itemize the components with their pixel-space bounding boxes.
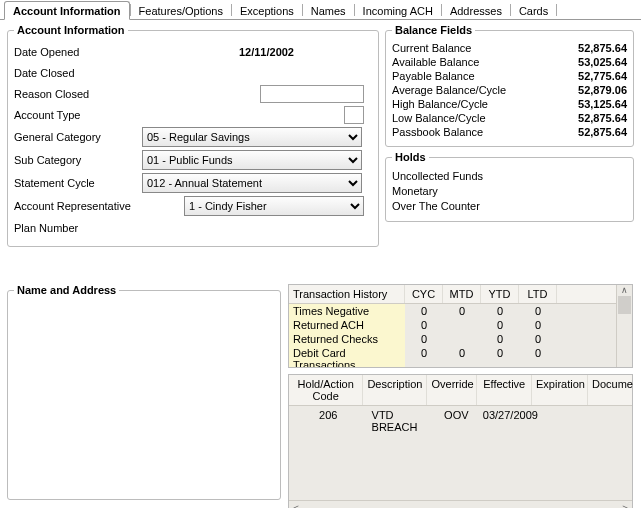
transaction-history-grid[interactable]: Transaction History CYC MTD YTD LTD Time… (288, 284, 633, 368)
statement-cycle-select[interactable]: 012 - Annual Statement (142, 173, 362, 193)
holds-group: Holds Uncollected Funds Monetary Over Th… (385, 151, 634, 222)
holds-row: Monetary (392, 185, 627, 197)
horizontal-scrollbar[interactable]: <> (289, 500, 632, 508)
tab-addresses[interactable]: Addresses (442, 2, 510, 19)
tab-features-options[interactable]: Features/Options (131, 2, 231, 19)
balance-row: Low Balance/Cycle52,875.64 (392, 112, 627, 124)
tab-account-information[interactable]: Account Information (4, 1, 130, 20)
sub-category-label: Sub Category (14, 154, 142, 166)
scroll-left-icon[interactable]: < (293, 503, 299, 508)
transaction-history-row: Times Negative0000 (289, 304, 632, 318)
account-information-group: Account Information Date Opened 12/11/20… (7, 24, 379, 247)
balance-row: Passbook Balance52,875.64 (392, 126, 627, 138)
balance-fields-legend: Balance Fields (392, 24, 475, 36)
vertical-scrollbar[interactable]: ∧ (616, 285, 632, 367)
balance-row: Available Balance53,025.64 (392, 56, 627, 68)
balance-row: Current Balance52,875.64 (392, 42, 627, 54)
holds-legend: Holds (392, 151, 429, 163)
balance-row: Average Balance/Cycle52,879.06 (392, 84, 627, 96)
reason-closed-label: Reason Closed (14, 88, 142, 100)
tab-exceptions[interactable]: Exceptions (232, 2, 302, 19)
holds-row: Uncollected Funds (392, 170, 627, 182)
name-and-address-group: Name and Address (7, 284, 281, 500)
transaction-history-row: Debit Card Transactions0000 (289, 346, 632, 368)
balance-row: High Balance/Cycle53,125.64 (392, 98, 627, 110)
balance-fields-group: Balance Fields Current Balance52,875.64 … (385, 24, 634, 147)
general-category-label: General Category (14, 131, 142, 143)
date-closed-label: Date Closed (14, 67, 142, 79)
hold-action-grid[interactable]: Hold/Action Code Description Override Ef… (288, 374, 633, 508)
tab-names[interactable]: Names (303, 2, 354, 19)
tab-cards[interactable]: Cards (511, 2, 556, 19)
account-representative-label: Account Representative (14, 200, 142, 212)
holds-row: Over The Counter (392, 200, 627, 212)
transaction-history-row: Returned ACH000 (289, 318, 632, 332)
name-and-address-legend: Name and Address (14, 284, 119, 296)
account-type-label: Account Type (14, 109, 142, 121)
hold-action-header: Hold/Action Code Description Override Ef… (289, 375, 632, 406)
date-opened-value: 12/11/2002 (239, 46, 372, 58)
balance-row: Payable Balance52,775.64 (392, 70, 627, 82)
transaction-history-header: Transaction History CYC MTD YTD LTD (289, 285, 632, 304)
sub-category-select[interactable]: 01 - Public Funds (142, 150, 362, 170)
account-information-legend: Account Information (14, 24, 128, 36)
statement-cycle-label: Statement Cycle (14, 177, 142, 189)
account-type-input[interactable] (344, 106, 364, 124)
reason-closed-input[interactable] (260, 85, 364, 103)
tab-bar: Account Information Features/Options Exc… (0, 0, 641, 20)
scroll-right-icon[interactable]: > (622, 503, 628, 508)
date-opened-label: Date Opened (14, 46, 142, 58)
account-representative-select[interactable]: 1 - Cindy Fisher (184, 196, 364, 216)
general-category-select[interactable]: 05 - Regular Savings (142, 127, 362, 147)
hold-action-row: 206 VTD BREACH OOV 03/27/2009 (289, 406, 632, 436)
transaction-history-row: Returned Checks000 (289, 332, 632, 346)
tab-incoming-ach[interactable]: Incoming ACH (355, 2, 441, 19)
plan-number-label: Plan Number (14, 222, 142, 234)
